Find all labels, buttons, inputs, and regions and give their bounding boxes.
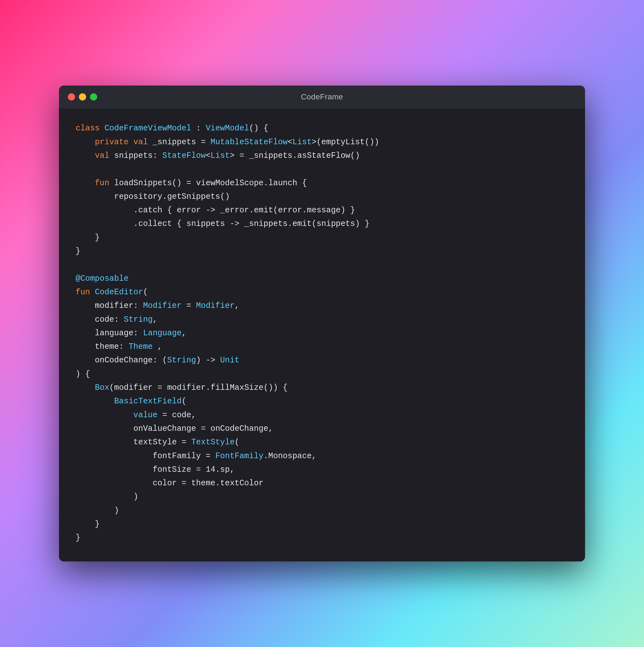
minimize-button[interactable]	[79, 93, 86, 100]
close-button[interactable]	[68, 93, 75, 100]
code-editor: class CodeFrameViewModel : ViewModel() {…	[59, 108, 585, 561]
code-line: val snippets: StateFlow<List> = _snippet…	[76, 149, 568, 162]
code-line: }	[76, 231, 568, 244]
maximize-button[interactable]	[90, 93, 97, 100]
code-line: textStyle = TextStyle(	[76, 435, 568, 449]
code-line: )	[76, 490, 568, 504]
code-line: .collect { snippets -> _snippets.emit(sn…	[76, 217, 568, 231]
code-line: class CodeFrameViewModel : ViewModel() {	[76, 122, 568, 135]
code-line: repository.getSnippets()	[76, 190, 568, 204]
code-line: BasicTextField(	[76, 394, 568, 408]
code-line: fun CodeEditor(	[76, 285, 568, 299]
code-line: }	[76, 531, 568, 545]
code-line: onValueChange = onCodeChange,	[76, 422, 568, 435]
traffic-lights	[68, 93, 97, 100]
empty-line	[76, 258, 568, 272]
code-line: ) {	[76, 367, 568, 381]
code-line: }	[76, 244, 568, 258]
code-line: fontFamily = FontFamily.Monospace,	[76, 449, 568, 463]
app-window: CodeFrame class CodeFrameViewModel : Vie…	[59, 85, 585, 561]
code-line: modifier: Modifier = Modifier,	[76, 299, 568, 312]
code-line: )	[76, 504, 568, 517]
window-title: CodeFrame	[301, 92, 343, 101]
code-line: language: Language,	[76, 327, 568, 340]
code-line: fun loadSnippets() = viewModelScope.laun…	[76, 176, 568, 190]
empty-line	[76, 162, 568, 176]
code-line: }	[76, 517, 568, 531]
code-line: @Composable	[76, 272, 568, 285]
code-line: code: String,	[76, 313, 568, 327]
code-line: onCodeChange: (String) -> Unit	[76, 354, 568, 367]
code-line: .catch { error -> _error.emit(error.mess…	[76, 204, 568, 217]
code-line: Box(modifier = modifier.fillMaxSize()) {	[76, 381, 568, 394]
code-line: color = theme.textColor	[76, 477, 568, 490]
code-line: theme: Theme ,	[76, 340, 568, 354]
code-line: fontSize = 14.sp,	[76, 463, 568, 477]
titlebar: CodeFrame	[59, 85, 585, 108]
code-line: private val _snippets = MutableStateFlow…	[76, 135, 568, 149]
code-line: value = code,	[76, 408, 568, 422]
